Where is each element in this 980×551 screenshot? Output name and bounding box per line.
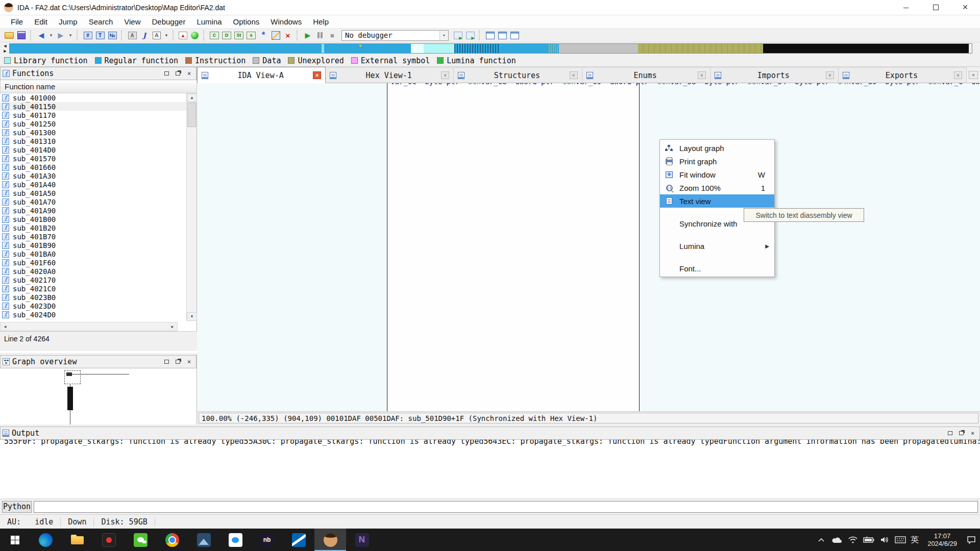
function-list-item[interactable]: fsub_401170 <box>0 111 187 119</box>
run-icon[interactable]: ▶ <box>303 30 313 40</box>
code-line[interactable]: var_C= dword ptr -0Ch <box>941 83 980 86</box>
scroll-right-icon[interactable]: ► <box>168 322 177 331</box>
stop-icon[interactable]: ■ <box>327 30 337 40</box>
function-list-item[interactable]: fsub_401BA0 <box>0 249 187 258</box>
touch-keyboard-icon[interactable] <box>895 534 906 545</box>
scroll-down-icon[interactable]: ▼ <box>187 312 197 321</box>
volume-icon[interactable] <box>879 534 890 545</box>
minimize-button[interactable]: ─ <box>891 0 921 15</box>
code-line[interactable]: var_68= dword ptr -68h <box>481 83 575 86</box>
make-string-icon[interactable]: s <box>246 30 256 40</box>
tab-imports[interactable]: Imports× <box>710 67 839 83</box>
menu-item-windows[interactable]: Windows <box>265 16 307 27</box>
output-log[interactable]: 555F0F: propagate_stkargs: function is a… <box>0 440 980 499</box>
code-line[interactable]: var_54= byte ptr -54h <box>761 83 851 86</box>
function-list-item[interactable]: fsub_401570 <box>0 154 187 163</box>
functions-horizontal-scrollbar[interactable]: ◄ ► <box>0 322 178 331</box>
open-file-icon[interactable] <box>4 30 14 40</box>
function-list-item[interactable]: fsub_4020A0 <box>0 267 187 276</box>
function-list-item[interactable]: fsub_401B20 <box>0 223 187 232</box>
problem-icon[interactable]: ▲ <box>179 32 187 39</box>
context-menu-item-print-graph[interactable]: Print graph <box>660 155 774 168</box>
tab-close-icon[interactable]: × <box>698 71 706 79</box>
output-panel-titlebar[interactable]: Output × <box>0 427 980 440</box>
taskbar-app-ida[interactable] <box>314 529 346 551</box>
function-list-item[interactable]: fsub_401B00 <box>0 215 187 223</box>
function-list-item[interactable]: fsub_4023D0 <box>0 302 187 310</box>
taskbar-app-dark[interactable] <box>93 529 125 551</box>
menu-item-search[interactable]: Search <box>83 16 119 27</box>
menu-item-help[interactable]: Help <box>307 16 334 27</box>
menu-item-options[interactable]: Options <box>228 16 265 27</box>
band-scroll-arrows[interactable]: ◄► <box>2 43 9 54</box>
scrollbar-thumb[interactable] <box>187 103 196 127</box>
close-icon[interactable]: × <box>186 70 192 77</box>
search-gray-icon[interactable]: A <box>127 30 137 40</box>
function-list-item[interactable]: fsub_401A70 <box>0 197 187 206</box>
function-list-item[interactable]: fsub_401310 <box>0 137 187 145</box>
tab-close-icon[interactable]: × <box>954 71 962 79</box>
graph-overview-canvas[interactable] <box>1 368 197 426</box>
address-band[interactable]: ▼ <box>9 43 972 54</box>
tab-hex-view-1[interactable]: Hex View-1× <box>326 67 454 83</box>
taskbar-app-explorer[interactable] <box>61 529 93 551</box>
function-list-item[interactable]: fsub_401150 <box>0 102 187 111</box>
function-list-item[interactable]: fsub_401000 <box>0 93 187 102</box>
context-menu-item-text-view[interactable]: Text view <box>660 194 774 208</box>
tab-close-icon[interactable]: × <box>441 71 449 79</box>
input-language-indicator[interactable]: 英 <box>911 535 919 545</box>
function-list-item[interactable]: fsub_401250 <box>0 119 187 128</box>
lumina-ball-icon[interactable] <box>189 30 200 40</box>
float-icon[interactable] <box>958 430 965 436</box>
search-hash-icon[interactable]: # <box>83 30 93 40</box>
menu-item-jump[interactable]: Jump <box>53 16 83 27</box>
function-list-item[interactable]: fsub_401B70 <box>0 232 187 241</box>
close-icon[interactable]: × <box>186 359 192 365</box>
taskbar-app-edge[interactable] <box>30 529 61 551</box>
code-line[interactable]: var_30= byte ptr -30h <box>851 83 941 86</box>
tab-enums[interactable]: Enums× <box>582 67 710 83</box>
function-list-item[interactable]: fsub_401660 <box>0 163 187 171</box>
function-list-item[interactable]: fsub_401A30 <box>0 171 187 180</box>
function-list-item[interactable]: fsub_401A90 <box>0 206 187 215</box>
restore-icon[interactable] <box>163 359 170 365</box>
dd-icon[interactable]: ▾ <box>48 30 54 40</box>
nav-back-icon[interactable]: ◀ <box>36 30 46 40</box>
graph-overview-titlebar[interactable]: Graph overview × <box>0 355 197 368</box>
wifi-icon[interactable] <box>847 534 859 545</box>
code-line[interactable]: var_6C= byte ptr -6Ch <box>390 83 481 86</box>
context-menu-item-font-[interactable]: Font... <box>660 262 774 275</box>
restore-icon[interactable] <box>947 430 953 436</box>
menu-item-lumina[interactable]: Lumina <box>191 16 227 27</box>
jump-name-icon[interactable]: J <box>139 30 150 40</box>
search-t-icon[interactable]: T <box>95 30 105 40</box>
function-name-column-header[interactable]: Function name <box>0 80 197 93</box>
tab-exports[interactable]: Exports× <box>839 67 967 83</box>
menu-item-file[interactable]: File <box>5 16 29 27</box>
function-list-item[interactable]: fsub_402170 <box>0 276 187 284</box>
chevron-down-icon[interactable]: ▾ <box>439 31 448 40</box>
tab-close-icon[interactable]: × <box>826 71 834 79</box>
tray-chevron-icon[interactable] <box>816 534 827 545</box>
del-icon[interactable]: × <box>283 30 293 40</box>
function-list-item[interactable]: fsub_4024D0 <box>0 310 187 319</box>
taskbar-app-nb[interactable]: nb <box>251 529 283 551</box>
onedrive-cloud-icon[interactable] <box>831 534 843 545</box>
close-button[interactable]: × <box>950 0 980 15</box>
function-list-item[interactable]: fsub_401F60 <box>0 258 187 267</box>
taskbar-app-vscode[interactable] <box>283 529 314 551</box>
functions-vertical-scrollbar[interactable]: ▲ ▼ <box>186 93 197 321</box>
star-icon[interactable]: * <box>258 30 268 40</box>
menu-item-view[interactable]: View <box>118 16 146 27</box>
edit-icon[interactable] <box>271 30 281 40</box>
context-menu-item-layout-graph[interactable]: Layout graph <box>660 141 774 155</box>
tab-structures[interactable]: Structures× <box>454 67 582 83</box>
context-menu-item-lumina[interactable]: Lumina▶ <box>660 239 774 253</box>
taskbar-app-wechat[interactable] <box>125 529 156 551</box>
function-list-item[interactable]: fsub_401A40 <box>0 180 187 189</box>
menu-item-edit[interactable]: Edit <box>29 16 53 27</box>
taskbar-app-nvim[interactable]: N <box>346 529 378 551</box>
battery-icon[interactable] <box>863 534 874 545</box>
debugger-selector[interactable]: No debugger▾ <box>341 30 449 41</box>
functions-panel-titlebar[interactable]: f Functions × <box>0 67 197 80</box>
